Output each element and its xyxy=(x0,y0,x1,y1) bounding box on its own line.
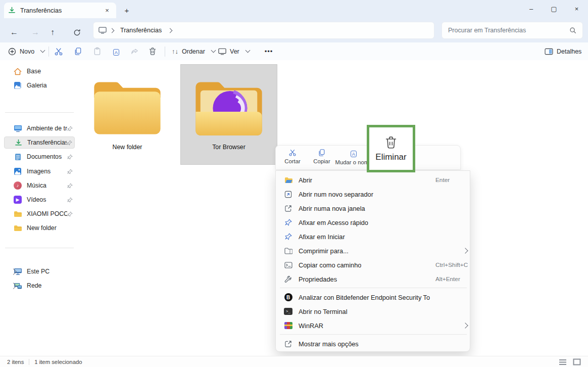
list-view-icon[interactable] xyxy=(559,359,567,365)
new-button[interactable]: Novo xyxy=(8,42,44,60)
desktop-icon xyxy=(13,124,22,133)
delete-button[interactable] xyxy=(143,42,162,60)
sidebar-item-musica[interactable]: ♪ Música xyxy=(4,179,75,192)
breadcrumb-separator-icon xyxy=(110,28,115,33)
sidebar-item-este-pc[interactable]: Este PC xyxy=(4,265,75,278)
up-button[interactable]: ↑ xyxy=(44,24,61,40)
view-button[interactable]: Ver xyxy=(218,42,250,60)
sidebar-item-galeria[interactable]: Galeria xyxy=(4,79,75,91)
search-box[interactable]: Procurar em Transferências xyxy=(442,22,583,39)
view-icon xyxy=(218,48,226,55)
file-tile-new-folder[interactable]: New folder xyxy=(79,65,175,164)
sidebar-item-xiaomi-poco-f[interactable]: XIAOMI POCO F xyxy=(4,208,75,220)
minimize-button[interactable]: – xyxy=(520,0,543,18)
status-divider xyxy=(29,359,29,365)
context-copy-button[interactable]: Copiar xyxy=(307,149,336,164)
context-cut-button[interactable]: Cortar xyxy=(278,149,307,164)
menu-item-abrir-terminal[interactable]: >_ Abrir no Terminal xyxy=(280,304,467,318)
pin-icon xyxy=(67,183,73,189)
breadcrumb-separator-icon xyxy=(168,28,173,33)
menu-item-abrir[interactable]: Abrir Enter xyxy=(280,173,467,187)
plus-circle-icon xyxy=(8,48,16,56)
menu-item-afixar-iniciar[interactable]: Afixar em Iniciar xyxy=(280,230,467,244)
tab-label: Transferências xyxy=(20,7,102,14)
pin-icon xyxy=(284,218,292,227)
show-more-options-icon xyxy=(284,340,292,348)
rename-button[interactable]: A xyxy=(107,42,125,60)
sidebar-item-rede[interactable]: Rede xyxy=(4,280,75,292)
new-button-label: Novo xyxy=(20,48,34,55)
pin-icon xyxy=(67,211,73,217)
menu-item-afixar-acesso-rapido[interactable]: Afixar em Acesso rápido xyxy=(280,215,467,230)
bitdefender-icon: B xyxy=(284,293,292,302)
menu-item-abrir-nova-janela[interactable]: Abrir numa nova janela xyxy=(280,201,467,215)
copy-path-icon xyxy=(284,261,292,269)
delete-label: Eliminar xyxy=(375,152,406,162)
tab-transferencias[interactable]: Transferências × xyxy=(4,3,116,18)
large-icons-view-icon[interactable] xyxy=(573,358,581,365)
menu-item-copiar-como-caminho[interactable]: Copiar como caminho Ctrl+Shift+C xyxy=(280,258,467,272)
sidebar-item-new-folder[interactable]: New folder xyxy=(4,222,75,234)
details-pane-button[interactable]: Detalhes xyxy=(545,42,581,60)
new-tab-button[interactable]: + xyxy=(120,4,133,17)
view-button-label: Ver xyxy=(230,48,239,55)
search-icon xyxy=(569,27,576,34)
menu-item-comprimir-para[interactable]: Comprimir para... xyxy=(280,244,467,258)
sidebar-item-transferencias[interactable]: Transferências xyxy=(4,136,75,149)
pin-icon xyxy=(67,169,73,174)
paste-button xyxy=(88,42,106,60)
chevron-down-icon xyxy=(40,48,45,53)
sidebar-item-documentos[interactable]: Documentos xyxy=(4,151,75,163)
open-new-tab-icon xyxy=(284,190,292,199)
copy-button[interactable] xyxy=(69,42,87,60)
rename-icon: A xyxy=(113,47,119,56)
more-options-button[interactable]: ••• xyxy=(260,42,278,60)
menu-item-bitdefender-scan[interactable]: B Analizar con Bitdefender Endpoint Secu… xyxy=(280,290,467,304)
paste-icon xyxy=(93,47,102,56)
address-bar[interactable]: Transferências xyxy=(93,22,434,39)
home-icon xyxy=(13,67,22,76)
forward-button: → xyxy=(27,24,43,40)
downloads-icon xyxy=(14,138,23,147)
breadcrumb-item[interactable]: Transferências xyxy=(120,27,162,34)
sidebar-item-imagens[interactable]: Imagens xyxy=(4,165,75,177)
videos-icon: ▶ xyxy=(13,195,22,204)
selection-count: 1 item selecionado xyxy=(34,359,82,365)
menu-item-mostrar-mais-opcoes[interactable]: Mostrar mais opções xyxy=(280,337,467,351)
sidebar-divider xyxy=(5,248,74,248)
menu-item-propriedades[interactable]: Propriedades Alt+Enter xyxy=(280,272,467,286)
file-tile-tor-browser[interactable]: Tor Browser xyxy=(181,65,277,164)
sidebar-item-videos[interactable]: ▶ Vídeos xyxy=(4,194,75,206)
submenu-chevron-icon xyxy=(462,248,468,253)
menu-item-winrar[interactable]: WinRAR xyxy=(280,318,467,333)
submenu-chevron-icon xyxy=(462,323,468,328)
zip-folder-icon xyxy=(284,247,292,255)
close-button[interactable]: × xyxy=(565,0,588,18)
highlighted-delete-button[interactable]: Eliminar xyxy=(367,125,415,172)
tor-browser-folder-icon xyxy=(191,76,267,141)
maximize-button[interactable]: ▢ xyxy=(543,0,565,18)
refresh-button[interactable] xyxy=(69,24,85,40)
tab-close-icon[interactable]: × xyxy=(102,7,112,14)
share-button xyxy=(125,42,143,60)
copy-icon xyxy=(74,47,82,56)
music-icon: ♪ xyxy=(13,181,22,190)
chevron-down-icon xyxy=(245,48,250,53)
search-placeholder: Procurar em Transferências xyxy=(448,27,569,34)
share-icon xyxy=(130,47,139,56)
toolbar-separator xyxy=(48,47,49,57)
items-count: 2 itens xyxy=(7,359,24,365)
sidebar-item-base[interactable]: Base xyxy=(4,65,75,77)
rename-icon: A xyxy=(351,149,357,158)
terminal-icon: >_ xyxy=(284,307,292,316)
back-button[interactable]: ← xyxy=(6,24,22,40)
cut-button[interactable] xyxy=(50,42,68,60)
context-menu: Abrir Enter Abrir num novo separador Abr… xyxy=(275,170,470,352)
sidebar-item-ambiente-de-trabalho[interactable]: Ambiente de tra xyxy=(4,122,75,134)
sort-button[interactable]: ↑↓ Ordenar xyxy=(172,42,215,60)
shortcut-label: Enter xyxy=(435,176,450,183)
folder-icon xyxy=(13,223,22,233)
menu-item-abrir-novo-separador[interactable]: Abrir num novo separador xyxy=(280,187,467,201)
open-folder-icon xyxy=(284,176,292,185)
scissors-icon xyxy=(54,47,63,56)
